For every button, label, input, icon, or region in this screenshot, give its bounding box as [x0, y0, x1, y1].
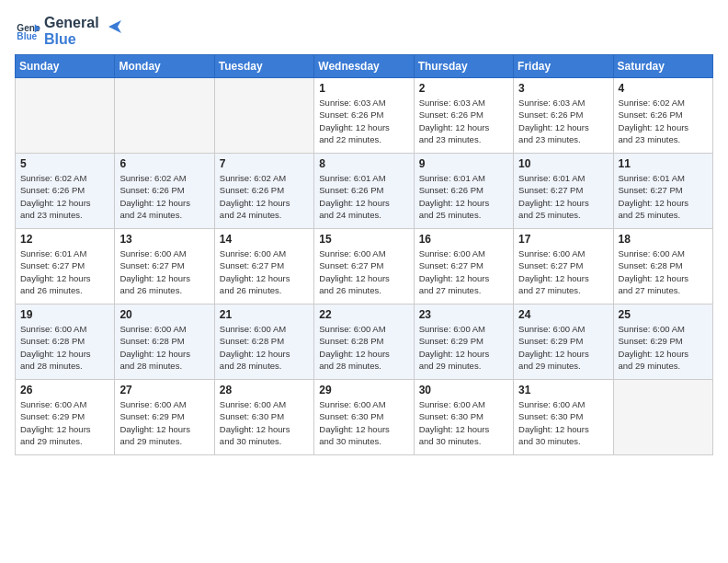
- week-row-3: 19Sunrise: 6:00 AM Sunset: 6:28 PM Dayli…: [16, 304, 713, 380]
- day-number: 29: [319, 384, 408, 396]
- day-number: 19: [20, 308, 109, 321]
- day-info: Sunrise: 6:01 AM Sunset: 6:27 PM Dayligh…: [518, 172, 608, 221]
- day-info: Sunrise: 6:00 AM Sunset: 6:28 PM Dayligh…: [619, 247, 708, 296]
- day-cell: 22Sunrise: 6:00 AM Sunset: 6:28 PM Dayli…: [314, 304, 414, 380]
- day-number: 6: [119, 157, 209, 170]
- day-cell: 13Sunrise: 6:00 AM Sunset: 6:27 PM Dayli…: [115, 229, 214, 304]
- day-cell: 1Sunrise: 6:03 AM Sunset: 6:26 PM Daylig…: [314, 78, 414, 154]
- week-row-2: 12Sunrise: 6:01 AM Sunset: 6:27 PM Dayli…: [16, 229, 713, 304]
- day-cell: 27Sunrise: 6:00 AM Sunset: 6:29 PM Dayli…: [115, 380, 214, 455]
- logo-icon: General Blue: [15, 18, 40, 44]
- logo-arrow-icon: [105, 17, 125, 37]
- weekday-header-monday: Monday: [115, 55, 214, 78]
- day-info: Sunrise: 6:00 AM Sunset: 6:30 PM Dayligh…: [220, 398, 309, 447]
- weekday-header-saturday: Saturday: [613, 55, 712, 78]
- day-number: 28: [220, 384, 309, 396]
- day-cell: 2Sunrise: 6:03 AM Sunset: 6:26 PM Daylig…: [414, 78, 513, 154]
- day-info: Sunrise: 6:00 AM Sunset: 6:28 PM Dayligh…: [220, 323, 309, 372]
- day-info: Sunrise: 6:01 AM Sunset: 6:26 PM Dayligh…: [319, 172, 408, 221]
- day-number: 30: [419, 384, 508, 396]
- day-cell: [115, 78, 214, 154]
- day-cell: 19Sunrise: 6:00 AM Sunset: 6:28 PM Dayli…: [16, 304, 115, 380]
- weekday-header-friday: Friday: [514, 55, 613, 78]
- day-info: Sunrise: 6:03 AM Sunset: 6:26 PM Dayligh…: [419, 97, 508, 145]
- calendar: SundayMondayTuesdayWednesdayThursdayFrid…: [15, 54, 713, 455]
- day-cell: 11Sunrise: 6:01 AM Sunset: 6:27 PM Dayli…: [613, 154, 712, 229]
- day-cell: 7Sunrise: 6:02 AM Sunset: 6:26 PM Daylig…: [214, 154, 313, 229]
- day-info: Sunrise: 6:02 AM Sunset: 6:26 PM Dayligh…: [119, 172, 209, 221]
- logo: General Blue General Blue: [15, 15, 125, 47]
- day-info: Sunrise: 6:00 AM Sunset: 6:29 PM Dayligh…: [419, 323, 508, 372]
- day-number: 5: [20, 157, 109, 170]
- day-info: Sunrise: 6:00 AM Sunset: 6:27 PM Dayligh…: [518, 247, 608, 296]
- day-cell: 10Sunrise: 6:01 AM Sunset: 6:27 PM Dayli…: [514, 154, 613, 229]
- header: General Blue General Blue: [15, 15, 713, 47]
- day-number: 15: [319, 233, 408, 246]
- day-cell: 15Sunrise: 6:00 AM Sunset: 6:27 PM Dayli…: [314, 229, 414, 304]
- day-info: Sunrise: 6:01 AM Sunset: 6:27 PM Dayligh…: [619, 172, 708, 221]
- day-info: Sunrise: 6:00 AM Sunset: 6:28 PM Dayligh…: [319, 323, 408, 372]
- day-info: Sunrise: 6:00 AM Sunset: 6:27 PM Dayligh…: [319, 247, 408, 296]
- svg-text:Blue: Blue: [17, 31, 37, 41]
- day-info: Sunrise: 6:01 AM Sunset: 6:26 PM Dayligh…: [419, 172, 508, 221]
- day-cell: 9Sunrise: 6:01 AM Sunset: 6:26 PM Daylig…: [414, 154, 513, 229]
- day-info: Sunrise: 6:03 AM Sunset: 6:26 PM Dayligh…: [319, 97, 408, 145]
- day-number: 22: [319, 308, 408, 321]
- day-number: 21: [220, 308, 309, 321]
- day-info: Sunrise: 6:00 AM Sunset: 6:27 PM Dayligh…: [119, 247, 209, 296]
- day-number: 18: [619, 233, 708, 246]
- day-info: Sunrise: 6:03 AM Sunset: 6:26 PM Dayligh…: [518, 97, 608, 145]
- day-cell: 26Sunrise: 6:00 AM Sunset: 6:29 PM Dayli…: [16, 380, 115, 455]
- day-info: Sunrise: 6:00 AM Sunset: 6:29 PM Dayligh…: [518, 323, 608, 372]
- day-info: Sunrise: 6:00 AM Sunset: 6:30 PM Dayligh…: [518, 398, 608, 447]
- day-number: 17: [518, 233, 608, 246]
- day-number: 3: [518, 82, 608, 95]
- day-number: 27: [119, 384, 209, 396]
- day-number: 1: [319, 82, 408, 95]
- day-info: Sunrise: 6:02 AM Sunset: 6:26 PM Dayligh…: [20, 172, 109, 221]
- day-number: 16: [419, 233, 508, 246]
- day-cell: 5Sunrise: 6:02 AM Sunset: 6:26 PM Daylig…: [16, 154, 115, 229]
- day-number: 23: [419, 308, 508, 321]
- weekday-header-thursday: Thursday: [414, 55, 513, 78]
- day-info: Sunrise: 6:00 AM Sunset: 6:29 PM Dayligh…: [20, 398, 109, 447]
- day-cell: [214, 78, 313, 154]
- day-cell: 31Sunrise: 6:00 AM Sunset: 6:30 PM Dayli…: [514, 380, 613, 455]
- weekday-header-wednesday: Wednesday: [314, 55, 414, 78]
- day-number: 14: [220, 233, 309, 246]
- day-number: 20: [119, 308, 209, 321]
- day-info: Sunrise: 6:00 AM Sunset: 6:28 PM Dayligh…: [119, 323, 209, 372]
- day-number: 31: [518, 384, 608, 396]
- day-info: Sunrise: 6:00 AM Sunset: 6:28 PM Dayligh…: [20, 323, 109, 372]
- day-cell: [16, 78, 115, 154]
- day-cell: 24Sunrise: 6:00 AM Sunset: 6:29 PM Dayli…: [514, 304, 613, 380]
- week-row-0: 1Sunrise: 6:03 AM Sunset: 6:26 PM Daylig…: [16, 78, 713, 154]
- weekday-header-tuesday: Tuesday: [214, 55, 313, 78]
- day-cell: 8Sunrise: 6:01 AM Sunset: 6:26 PM Daylig…: [314, 154, 414, 229]
- day-number: 13: [119, 233, 209, 246]
- day-info: Sunrise: 6:00 AM Sunset: 6:27 PM Dayligh…: [220, 247, 309, 296]
- day-cell: 28Sunrise: 6:00 AM Sunset: 6:30 PM Dayli…: [214, 380, 313, 455]
- week-row-4: 26Sunrise: 6:00 AM Sunset: 6:29 PM Dayli…: [16, 380, 713, 455]
- day-cell: 17Sunrise: 6:00 AM Sunset: 6:27 PM Dayli…: [514, 229, 613, 304]
- day-info: Sunrise: 6:00 AM Sunset: 6:30 PM Dayligh…: [419, 398, 508, 447]
- day-number: 7: [220, 157, 309, 170]
- page: General Blue General Blue SundayMondayTu…: [0, 0, 728, 563]
- logo-line2: Blue: [44, 31, 99, 48]
- day-number: 25: [619, 308, 708, 321]
- day-info: Sunrise: 6:00 AM Sunset: 6:27 PM Dayligh…: [419, 247, 508, 296]
- day-number: 26: [20, 384, 109, 396]
- day-cell: 18Sunrise: 6:00 AM Sunset: 6:28 PM Dayli…: [613, 229, 712, 304]
- day-info: Sunrise: 6:00 AM Sunset: 6:30 PM Dayligh…: [319, 398, 408, 447]
- weekday-header-row: SundayMondayTuesdayWednesdayThursdayFrid…: [16, 55, 713, 78]
- day-cell: [613, 380, 712, 455]
- day-number: 10: [518, 157, 608, 170]
- day-number: 24: [518, 308, 608, 321]
- day-cell: 29Sunrise: 6:00 AM Sunset: 6:30 PM Dayli…: [314, 380, 414, 455]
- day-info: Sunrise: 6:00 AM Sunset: 6:29 PM Dayligh…: [119, 398, 209, 447]
- svg-marker-4: [108, 20, 121, 33]
- week-row-1: 5Sunrise: 6:02 AM Sunset: 6:26 PM Daylig…: [16, 154, 713, 229]
- weekday-header-sunday: Sunday: [16, 55, 115, 78]
- day-number: 4: [619, 82, 708, 95]
- day-number: 12: [20, 233, 109, 246]
